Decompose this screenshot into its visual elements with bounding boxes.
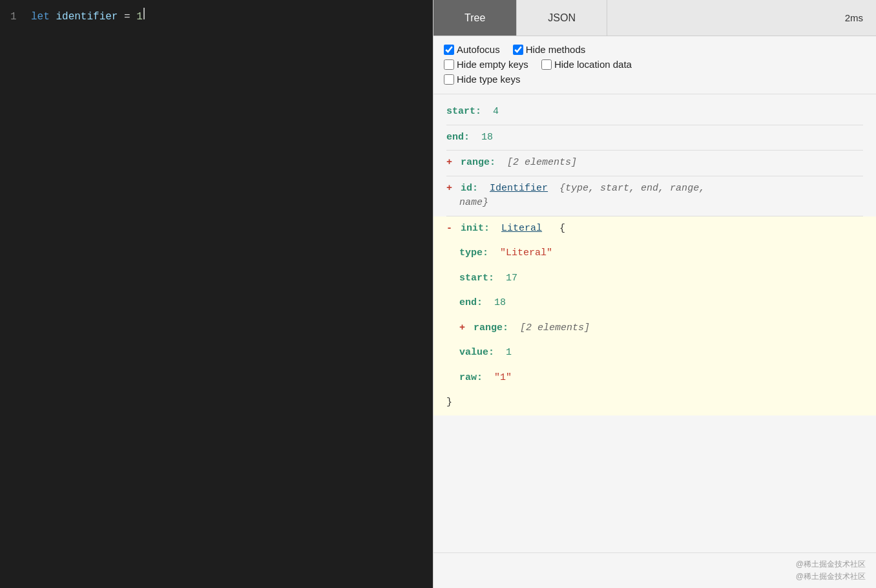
autofocus-option[interactable]: Autofocus bbox=[444, 44, 500, 55]
tree-row-init-range[interactable]: + range: [2 elements] bbox=[433, 316, 876, 341]
tree-row-init-value: value: 1 bbox=[433, 341, 876, 366]
hide-empty-keys-option[interactable]: Hide empty keys bbox=[444, 59, 528, 70]
tree-row-init-end: end: 18 bbox=[433, 291, 876, 316]
line-number: 1 bbox=[10, 9, 21, 26]
ast-panel: Tree JSON 2ms Autofocus Hide methods Hid… bbox=[433, 0, 876, 588]
tabs-bar: Tree JSON 2ms bbox=[433, 0, 876, 36]
init-start-key: start: bbox=[459, 273, 494, 284]
hide-empty-keys-checkbox[interactable] bbox=[444, 59, 454, 70]
hide-location-data-checkbox[interactable] bbox=[541, 59, 552, 70]
range-value: [2 elements] bbox=[507, 157, 577, 168]
id-props: {type, start, end, range, bbox=[559, 183, 705, 194]
end-key: end: bbox=[446, 132, 470, 143]
init-brace-close: } bbox=[446, 397, 452, 408]
id-expand-icon: + bbox=[446, 183, 452, 194]
init-range-value: [2 elements] bbox=[520, 322, 590, 333]
tab-tree[interactable]: Tree bbox=[433, 0, 517, 36]
hide-type-keys-option[interactable]: Hide type keys bbox=[444, 74, 520, 85]
init-value-value: 1 bbox=[506, 347, 512, 358]
tab-json[interactable]: JSON bbox=[517, 0, 607, 36]
init-raw-value: "1" bbox=[494, 372, 512, 383]
init-brace-open: { bbox=[559, 223, 565, 234]
init-end-value: 18 bbox=[494, 297, 506, 308]
keyword-let: let bbox=[31, 9, 50, 26]
init-raw-key: raw: bbox=[459, 372, 483, 383]
footer: @稀土掘金技术社区 @稀土掘金技术社区 bbox=[433, 552, 876, 588]
start-key: start: bbox=[446, 106, 481, 117]
equals-sign: = bbox=[124, 9, 130, 26]
init-range-key: range: bbox=[474, 322, 508, 333]
tree-row-end: end: 18 bbox=[433, 125, 876, 151]
id-key: id: bbox=[461, 183, 478, 194]
id-props2: name} bbox=[446, 197, 488, 208]
tree-row-init-raw: raw: "1" bbox=[433, 366, 876, 391]
tab-tree-label: Tree bbox=[464, 12, 485, 24]
id-type-link[interactable]: Identifier bbox=[490, 183, 548, 194]
options-row-3: Hide type keys bbox=[444, 74, 866, 85]
init-type-link[interactable]: Literal bbox=[501, 223, 542, 234]
hide-methods-option[interactable]: Hide methods bbox=[513, 44, 586, 55]
tree-row-init-close: } bbox=[433, 390, 876, 415]
tree-row-init[interactable]: - init: Literal { bbox=[433, 216, 876, 242]
init-end-key: end: bbox=[459, 297, 483, 308]
hide-methods-checkbox[interactable] bbox=[513, 45, 523, 55]
autofocus-label: Autofocus bbox=[457, 44, 500, 55]
hide-empty-keys-label: Hide empty keys bbox=[457, 59, 528, 70]
footer-line2: @稀土掘金技术社区 bbox=[444, 571, 866, 583]
hide-location-data-label: Hide location data bbox=[554, 59, 632, 70]
options-bar: Autofocus Hide methods Hide empty keys H… bbox=[433, 36, 876, 94]
timer-display: 2ms bbox=[845, 0, 876, 36]
tab-json-label: JSON bbox=[548, 12, 576, 24]
editor-panel: 1 let identifier = 1 bbox=[0, 0, 433, 588]
cursor bbox=[143, 8, 145, 19]
hide-location-data-option[interactable]: Hide location data bbox=[541, 59, 632, 70]
init-value-key: value: bbox=[459, 347, 494, 358]
hide-type-keys-checkbox[interactable] bbox=[444, 74, 454, 85]
options-row-2: Hide empty keys Hide location data bbox=[444, 59, 866, 70]
tree-row-init-start: start: 17 bbox=[433, 266, 876, 291]
tree-row-id[interactable]: + id: Identifier {type, start, end, rang… bbox=[433, 176, 876, 216]
tree-row-start: start: 4 bbox=[433, 100, 876, 125]
init-type-value: "Literal" bbox=[500, 247, 552, 258]
range-expand-icon: + bbox=[446, 157, 452, 168]
options-row-1: Autofocus Hide methods bbox=[444, 44, 866, 55]
code-line-1: 1 let identifier = 1 bbox=[10, 8, 422, 26]
end-value: 18 bbox=[481, 132, 493, 143]
identifier-name: identifier bbox=[56, 9, 118, 26]
init-start-value: 17 bbox=[506, 273, 517, 284]
number-value: 1 bbox=[136, 9, 143, 26]
footer-line1: @稀土掘金技术社区 bbox=[444, 558, 866, 571]
start-value: 4 bbox=[493, 106, 499, 117]
tree-content: start: 4 end: 18 + range: [2 elements] +… bbox=[433, 94, 876, 552]
hide-methods-label: Hide methods bbox=[526, 44, 586, 55]
autofocus-checkbox[interactable] bbox=[444, 45, 454, 55]
tree-row-range[interactable]: + range: [2 elements] bbox=[433, 151, 876, 176]
init-range-expand-icon: + bbox=[459, 322, 465, 333]
hide-type-keys-label: Hide type keys bbox=[457, 74, 520, 85]
range-key: range: bbox=[461, 157, 495, 168]
init-type-key: type: bbox=[459, 247, 488, 258]
init-expand-icon: - bbox=[446, 223, 452, 234]
tree-row-init-type: type: "Literal" bbox=[433, 241, 876, 266]
timer-value: 2ms bbox=[845, 12, 863, 23]
init-key: init: bbox=[461, 223, 490, 234]
